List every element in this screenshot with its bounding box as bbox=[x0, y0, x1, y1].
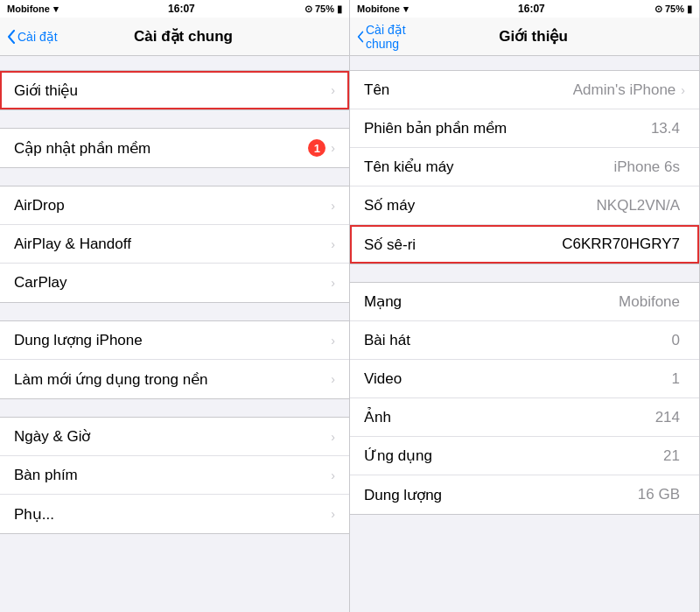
right-content: Tên Admin's iPhone › Phiên bản phần mềm … bbox=[350, 56, 699, 612]
left-chevron-capnhat: › bbox=[331, 141, 335, 155]
left-chevron-carplay: › bbox=[331, 276, 335, 290]
left-item-ngay[interactable]: Ngày & Giờ › bbox=[0, 418, 349, 456]
right-item-video: Video 1 bbox=[350, 360, 699, 398]
right-value-dunluong: 16 GB bbox=[638, 486, 680, 503]
right-label-baihat: Bài hát bbox=[364, 332, 672, 349]
left-item-airdrop[interactable]: AirDrop › bbox=[0, 186, 349, 225]
right-label-soMay: Số máy bbox=[364, 196, 597, 215]
left-chevron-banphim: › bbox=[331, 468, 335, 482]
left-item-dunluong[interactable]: Dung lượng iPhone › bbox=[0, 321, 349, 360]
left-chevron-dunluong: › bbox=[331, 334, 335, 348]
right-gap-1 bbox=[350, 264, 699, 282]
left-chevron-gioi-thieu: › bbox=[331, 83, 335, 97]
right-carrier: Mobifone bbox=[357, 4, 400, 14]
right-chevron-ten: › bbox=[681, 83, 685, 97]
right-location-icon: ⊙ bbox=[654, 4, 662, 15]
right-label-ungdung: Ứng dụng bbox=[364, 447, 663, 465]
left-list-5: Ngày & Giờ › Bàn phím › Phụ... › bbox=[0, 417, 349, 534]
right-value-video: 1 bbox=[672, 370, 680, 388]
left-label-airdrop: AirDrop bbox=[14, 197, 331, 215]
left-carrier: Mobifone bbox=[7, 4, 50, 14]
left-label-banphim: Bàn phím bbox=[14, 467, 331, 484]
right-value-soseri: C6KRR70HGRY7 bbox=[562, 236, 680, 253]
left-chevron-airdrop: › bbox=[331, 199, 335, 213]
left-item-airplay[interactable]: AirPlay & Handoff › bbox=[0, 225, 349, 264]
right-nav-title: Giới thiệu bbox=[374, 27, 692, 46]
right-item-soMay: Số máy NKQL2VN/A bbox=[350, 186, 699, 225]
left-label-lammoi: Làm mới ứng dụng trong nền bbox=[14, 370, 331, 389]
right-value-tenkieu: iPhone 6s bbox=[613, 158, 680, 176]
left-list-1: Giới thiệu › bbox=[0, 70, 349, 110]
right-status-right: ⊙ 75% ▮ bbox=[654, 4, 692, 15]
left-status-right: ⊙ 75% ▮ bbox=[304, 4, 342, 15]
right-item-tenkieu: Tên kiểu máy iPhone 6s bbox=[350, 148, 699, 186]
left-badge-capnhat: 1 bbox=[308, 139, 326, 157]
left-content: Giới thiệu › Cập nhật phần mềm 1 › AirDr… bbox=[0, 56, 349, 612]
left-label-gioi-thieu: Giới thiệu bbox=[14, 81, 331, 100]
left-wifi-icon: ▾ bbox=[53, 4, 59, 15]
left-item-gioi-thieu[interactable]: Giới thiệu › bbox=[0, 71, 349, 109]
left-gap-2 bbox=[0, 168, 349, 186]
right-item-soseri: Số sê-ri C6KRR70HGRY7 bbox=[350, 225, 699, 264]
left-gap-1 bbox=[0, 110, 349, 128]
right-value-ungdung: 21 bbox=[663, 447, 680, 465]
right-time: 16:07 bbox=[518, 3, 545, 15]
left-gap-3 bbox=[0, 303, 349, 320]
left-label-phu: Phụ... bbox=[14, 505, 331, 524]
left-status-bar: Mobifone ▾ 16:07 ⊙ 75% ▮ bbox=[0, 0, 349, 18]
right-label-soseri: Số sê-ri bbox=[364, 236, 562, 254]
right-nav-bar: Cài đặt chung Giới thiệu bbox=[350, 18, 699, 56]
left-back-chevron-icon bbox=[7, 30, 16, 44]
left-battery-pct: 75% bbox=[315, 4, 334, 14]
right-value-soMay: NKQL2VN/A bbox=[597, 197, 680, 215]
left-nav-bar: Cài đặt Cài đặt chung bbox=[0, 18, 349, 56]
right-value-phienban: 13.4 bbox=[651, 120, 680, 137]
left-chevron-phu: › bbox=[331, 507, 335, 521]
right-label-anh: Ảnh bbox=[364, 408, 655, 426]
right-battery-icon: ▮ bbox=[687, 4, 692, 15]
right-label-mang: Mạng bbox=[364, 292, 619, 311]
left-item-phu[interactable]: Phụ... › bbox=[0, 495, 349, 533]
left-item-banphim[interactable]: Bàn phím › bbox=[0, 456, 349, 495]
left-label-capnhat: Cập nhật phần mềm bbox=[14, 139, 308, 158]
right-section-1: Tên Admin's iPhone › Phiên bản phần mềm … bbox=[350, 70, 699, 264]
left-list-2: Cập nhật phần mềm 1 › bbox=[0, 128, 349, 168]
right-item-dunluong: Dung lượng 16 GB bbox=[350, 475, 699, 514]
right-label-phienban: Phiên bản phần mềm bbox=[364, 119, 651, 137]
right-panel: Mobifone ▾ 16:07 ⊙ 75% ▮ Cài đặt chung G… bbox=[350, 0, 700, 612]
left-chevron-ngay: › bbox=[331, 430, 335, 444]
left-item-lammoi[interactable]: Làm mới ứng dụng trong nền › bbox=[0, 360, 349, 398]
right-item-ten[interactable]: Tên Admin's iPhone › bbox=[350, 71, 699, 109]
right-value-mang: Mobifone bbox=[619, 293, 680, 311]
left-time: 16:07 bbox=[168, 3, 195, 15]
left-item-capnhat[interactable]: Cập nhật phần mềm 1 › bbox=[0, 129, 349, 167]
right-label-video: Video bbox=[364, 370, 672, 388]
left-status-left: Mobifone ▾ bbox=[7, 4, 59, 15]
right-value-baihat: 0 bbox=[672, 332, 680, 349]
right-value-ten: Admin's iPhone bbox=[573, 81, 676, 99]
right-list-1: Tên Admin's iPhone › Phiên bản phần mềm … bbox=[350, 70, 699, 264]
right-status-bar: Mobifone ▾ 16:07 ⊙ 75% ▮ bbox=[350, 0, 699, 18]
left-chevron-airplay: › bbox=[331, 237, 335, 251]
right-item-anh: Ảnh 214 bbox=[350, 398, 699, 437]
left-nav-title: Cài đặt chung bbox=[24, 27, 342, 46]
right-battery-pct: 75% bbox=[665, 4, 684, 14]
right-back-chevron-icon bbox=[357, 30, 364, 44]
left-panel: Mobifone ▾ 16:07 ⊙ 75% ▮ Cài đặt Cài đặt… bbox=[0, 0, 350, 612]
right-value-anh: 214 bbox=[655, 409, 680, 426]
right-status-left: Mobifone ▾ bbox=[357, 4, 409, 15]
left-label-dunluong: Dung lượng iPhone bbox=[14, 331, 331, 349]
right-wifi-icon: ▾ bbox=[403, 4, 409, 15]
left-list-3: AirDrop › AirPlay & Handoff › CarPlay › bbox=[0, 186, 349, 303]
right-list-2: Mạng Mobifone Bài hát 0 Video 1 Ảnh 214 … bbox=[350, 282, 699, 515]
left-label-carplay: CarPlay bbox=[14, 274, 331, 292]
right-label-dunluong: Dung lượng bbox=[364, 486, 638, 504]
left-item-carplay[interactable]: CarPlay › bbox=[0, 264, 349, 302]
right-label-tenkieu: Tên kiểu máy bbox=[364, 158, 613, 176]
right-item-ungdung: Ứng dụng 21 bbox=[350, 437, 699, 475]
right-item-baihat: Bài hát 0 bbox=[350, 321, 699, 360]
right-item-mang: Mạng Mobifone bbox=[350, 283, 699, 321]
left-label-airplay: AirPlay & Handoff bbox=[14, 236, 331, 253]
left-section-1: Giới thiệu › bbox=[0, 70, 349, 110]
right-label-ten: Tên bbox=[364, 81, 573, 99]
